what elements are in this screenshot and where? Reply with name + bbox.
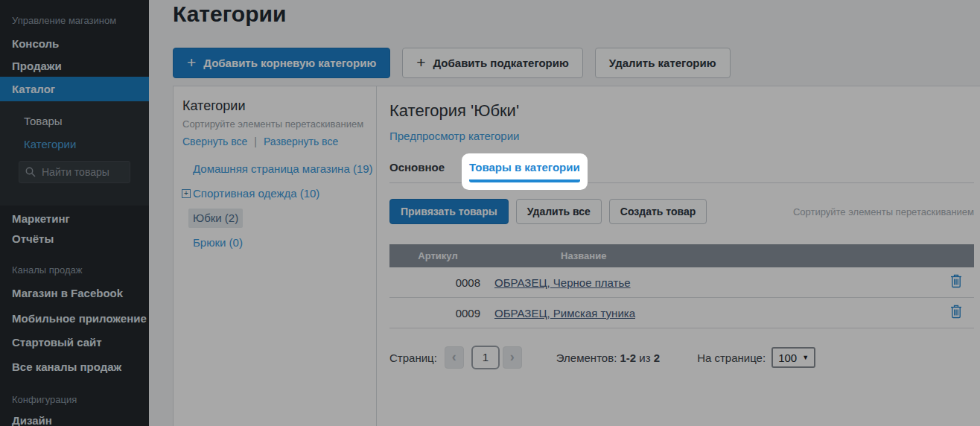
- add-subcategory-label: Добавить подкатегорию: [433, 57, 569, 69]
- items-count: Элементов: 1-2 из 2: [556, 352, 660, 364]
- items-range: 1-2: [620, 352, 636, 364]
- page-title: Категории: [173, 1, 286, 27]
- add-subcategory-button[interactable]: + Добавить подкатегорию: [402, 48, 583, 78]
- sidebar-section-store-management: Управление магазином: [12, 15, 116, 26]
- links-separator: |: [254, 136, 257, 147]
- dropdown-caret-icon: ▼: [802, 354, 809, 361]
- sidebar-item-console[interactable]: Консоль: [12, 37, 59, 50]
- delete-category-label: Удалить категорию: [609, 57, 716, 69]
- categories-card: Категории Сортируйте элементы перетаскив…: [173, 86, 980, 426]
- sidebar-item-starter-site[interactable]: Стартовый сайт: [12, 336, 102, 349]
- product-name-link[interactable]: ОБРАЗЕЦ, Римская туника: [494, 307, 635, 320]
- search-icon: [25, 167, 36, 177]
- tree-item-skirts[interactable]: Юбки (2): [193, 211, 369, 226]
- plus-icon: +: [187, 54, 196, 70]
- sidebar: Управление магазином Консоль Продажи Кат…: [0, 0, 149, 426]
- table-header: Артикул Название: [389, 244, 974, 267]
- delete-category-button[interactable]: Удалить категорию: [595, 48, 731, 78]
- sidebar-item-mobile-app[interactable]: Мобильное приложение: [12, 312, 147, 325]
- tree-drag-hint: Сортируйте элементы перетаскиванием: [182, 118, 369, 130]
- table-row: 0009 ОБРАЗЕЦ, Римская туника: [389, 298, 974, 328]
- plus-icon: +: [416, 54, 425, 70]
- tree-item-sportswear-label: Спортивная одежда (10): [193, 187, 319, 200]
- sidebar-item-products[interactable]: Товары: [24, 115, 63, 127]
- category-details-panel: Категория 'Юбки' Предпросмотр категории …: [377, 86, 980, 426]
- delete-all-button[interactable]: Удалить все: [516, 199, 602, 224]
- current-page-button[interactable]: 1: [471, 346, 500, 369]
- products-table: Артикул Название 0008 ОБРАЗЕЦ, Черное пл…: [389, 244, 974, 328]
- tree-item-sportswear[interactable]: + Спортивная одежда (10): [193, 186, 369, 201]
- category-detail-title: Категория 'Юбки': [389, 101, 974, 121]
- per-page-value: 100: [778, 352, 797, 364]
- tab-main[interactable]: Основное: [389, 161, 445, 182]
- tab-products-in-category[interactable]: Товары в категории: [469, 161, 580, 182]
- category-tree: Домашняя страница магазина (19) + Спорти…: [182, 162, 369, 250]
- tree-title: Категории: [182, 98, 369, 114]
- column-header-name: Название: [486, 250, 974, 261]
- next-page-button[interactable]: ›: [503, 346, 522, 369]
- collapse-all-link[interactable]: Свернуть все: [182, 136, 247, 147]
- sidebar-item-marketing[interactable]: Маркетинг: [12, 212, 70, 225]
- items-label: Элементов:: [556, 352, 617, 364]
- sidebar-section-sales-channels: Каналы продаж: [12, 264, 82, 276]
- category-tabs: Основное Товары в категории: [389, 161, 974, 183]
- prev-page-button[interactable]: ‹: [445, 346, 464, 369]
- items-of-word: из: [639, 352, 650, 364]
- per-page-label: На странице:: [697, 352, 766, 364]
- tree-item-pants[interactable]: Брюки (0): [193, 235, 369, 250]
- expand-all-link[interactable]: Развернуть все: [264, 136, 338, 147]
- create-product-button[interactable]: Создать товар: [609, 199, 707, 224]
- category-preview-link[interactable]: Предпросмотр категории: [389, 130, 519, 142]
- per-page-select[interactable]: 100 ▼: [771, 347, 815, 368]
- sidebar-item-facebook-store[interactable]: Магазин в Facebook: [12, 287, 123, 299]
- trash-icon: [950, 305, 962, 319]
- catalog-submenu: Товары Категории: [0, 101, 149, 206]
- sidebar-item-all-channels[interactable]: Все каналы продаж: [12, 360, 121, 373]
- add-root-category-label: Добавить корневую категорию: [203, 57, 376, 69]
- chevron-right-icon: ›: [510, 349, 515, 364]
- sidebar-item-catalog[interactable]: Каталог: [0, 77, 149, 101]
- tree-links: Свернуть все|Развернуть все: [182, 136, 369, 147]
- expand-icon[interactable]: +: [182, 189, 191, 198]
- sidebar-section-configuration: Конфигурация: [12, 394, 77, 405]
- category-tree-panel: Категории Сортируйте элементы перетаскив…: [174, 86, 377, 426]
- delete-product-button[interactable]: [950, 305, 962, 319]
- product-sku: 0008: [389, 276, 486, 289]
- table-row: 0008 ОБРАЗЕЦ, Черное платье: [389, 267, 974, 298]
- sidebar-item-design[interactable]: Дизайн: [12, 414, 52, 426]
- sidebar-item-sales[interactable]: Продажи: [12, 60, 62, 72]
- tree-item-home-page[interactable]: Домашняя страница магазина (19): [193, 162, 369, 177]
- assign-products-button[interactable]: Привязать товары: [389, 199, 509, 224]
- product-sku: 0009: [389, 307, 486, 320]
- products-drag-hint: Сортируйте элементы перетаскиванием: [793, 206, 974, 217]
- pages-label: Страниц:: [389, 352, 437, 364]
- category-toolbar: + Добавить корневую категорию + Добавить…: [173, 48, 731, 78]
- add-root-category-button[interactable]: + Добавить корневую категорию: [173, 48, 390, 78]
- delete-product-button[interactable]: [950, 274, 962, 288]
- column-header-sku: Артикул: [389, 250, 486, 261]
- main-content: Категории + Добавить корневую категорию …: [149, 0, 980, 426]
- product-search: [19, 161, 130, 183]
- trash-icon: [950, 274, 962, 288]
- sidebar-item-categories[interactable]: Категории: [24, 138, 76, 150]
- items-total: 2: [654, 352, 660, 364]
- pagination: Страниц: ‹ 1 › Элементов: 1-2 из 2 На ст…: [389, 346, 974, 369]
- product-name-link[interactable]: ОБРАЗЕЦ, Черное платье: [494, 276, 631, 289]
- sidebar-item-reports[interactable]: Отчёты: [12, 232, 54, 245]
- chevron-left-icon: ‹: [452, 349, 456, 364]
- tree-item-skirts-label: Юбки (2): [188, 209, 243, 228]
- products-toolbar: Привязать товары Удалить все Создать тов…: [389, 199, 974, 224]
